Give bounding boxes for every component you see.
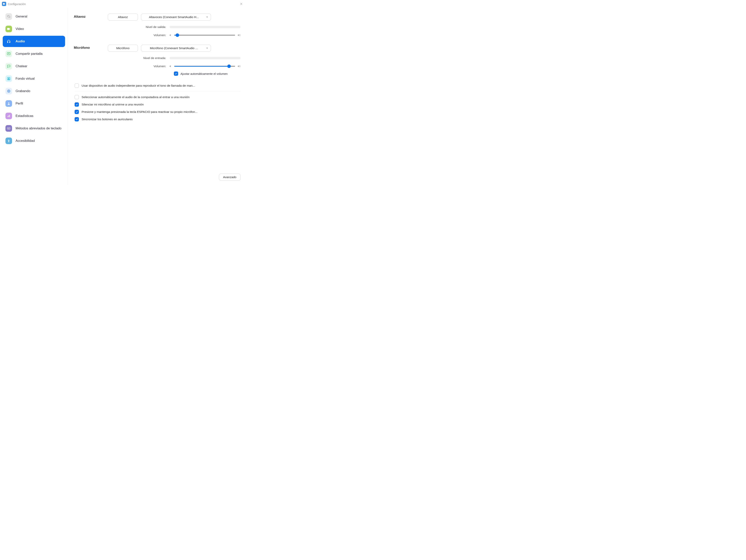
option-label: Usar dispositivo de audio independiente …: [82, 84, 195, 87]
svg-rect-9: [7, 128, 10, 129]
keyboard-icon: [5, 125, 12, 132]
sidebar-item-audio[interactable]: Audio: [3, 36, 65, 47]
option-checkbox-push-to-talk[interactable]: [75, 110, 79, 114]
sidebar-item-chat[interactable]: Chatear: [3, 61, 65, 72]
volume-high-icon: [237, 64, 240, 68]
svg-point-10: [8, 128, 8, 128]
window-title: Configuración: [8, 2, 26, 6]
svg-rect-6: [7, 116, 8, 117]
virtual-bg-icon: [5, 76, 12, 82]
input-level-meter: [170, 57, 240, 59]
sidebar-item-label: Fondo virtual: [16, 77, 35, 81]
speaker-device-selected: Altavoces (Conexant SmartAudio H...: [144, 16, 204, 19]
option-checkbox-mute-on-join[interactable]: [75, 102, 79, 107]
video-icon: [5, 26, 12, 32]
speaker-device-select[interactable]: Altavoces (Conexant SmartAudio H...: [141, 13, 211, 21]
chevron-down-icon: [206, 16, 208, 19]
sidebar-item-label: Métodos abreviados de teclado: [16, 126, 61, 130]
profile-icon: [5, 100, 12, 107]
accessibility-icon: [5, 138, 12, 144]
chevron-down-icon: [206, 47, 208, 50]
sidebar-item-label: Video: [16, 27, 24, 31]
option-label: Sincronizar los botones en auriculares: [82, 118, 133, 121]
svg-rect-8: [9, 115, 10, 117]
option-label: Presione y mantenga presionada la tecla …: [82, 110, 198, 114]
sidebar-item-label: General: [16, 14, 27, 19]
chat-icon: [5, 63, 12, 69]
option-label: Silenciar mi micrófono al unirme a una r…: [82, 103, 144, 106]
option-row: Usar dispositivo de audio independiente …: [75, 84, 240, 88]
input-level-label: Nivel de entrada:: [108, 56, 166, 60]
test-speaker-button[interactable]: Altavoz: [108, 13, 138, 21]
speaker-volume-label: Volumen:: [108, 33, 166, 37]
option-row: Presione y mantenga presionada la tecla …: [75, 110, 240, 114]
output-level-meter: [170, 26, 240, 28]
speaker-volume-slider[interactable]: [174, 35, 235, 35]
auto-adjust-volume-label: Ajustar automáticamente el volumen: [180, 72, 228, 76]
sidebar-item-label: Chatear: [16, 64, 27, 68]
share-screen-icon: [5, 51, 12, 57]
option-checkbox-separate-ringtone[interactable]: [75, 84, 79, 88]
sidebar-item-virtual-background[interactable]: Fondo virtual: [3, 73, 65, 84]
option-checkbox-sync-headset-buttons[interactable]: [75, 117, 79, 121]
title-bar: Configuración: [0, 0, 246, 8]
test-microphone-button[interactable]: Micrófono: [108, 45, 138, 52]
option-row: Silenciar mi micrófono al unirme a una r…: [75, 102, 240, 107]
svg-point-4: [8, 90, 9, 92]
sidebar-item-profile[interactable]: Perfil: [3, 98, 65, 109]
gear-icon: [5, 13, 12, 20]
volume-low-icon: [169, 33, 172, 37]
sidebar-item-recording[interactable]: Grabando: [3, 85, 65, 97]
microphone-section-title: Micrófono: [74, 45, 106, 76]
stats-icon: [5, 113, 12, 119]
sidebar-item-label: Grabando: [16, 89, 30, 93]
svg-point-14: [8, 140, 9, 140]
volume-low-icon: [169, 64, 172, 68]
sidebar-item-label: Perfil: [16, 101, 23, 106]
option-label: Seleccionar automáticamente el audio de …: [82, 95, 190, 99]
close-button[interactable]: [239, 2, 243, 6]
headphone-icon: [5, 38, 12, 45]
audio-options: Usar dispositivo de audio independiente …: [74, 84, 240, 121]
auto-adjust-volume-checkbox[interactable]: [174, 71, 178, 76]
sidebar-item-label: Compartir pantalla: [16, 52, 42, 56]
sidebar: General Video Audio Compartir pantalla C: [0, 8, 68, 185]
svg-point-12: [9, 128, 9, 128]
option-row: Seleccionar automáticamente el audio de …: [75, 95, 240, 99]
svg-point-5: [8, 102, 9, 104]
sidebar-item-shortcuts[interactable]: Métodos abreviados de teclado: [3, 123, 65, 134]
microphone-section: Micrófono Micrófono Micrófono (Conexant …: [74, 45, 240, 76]
speaker-section: Altavoz Altavoz Altavoces (Conexant Smar…: [74, 13, 240, 37]
svg-rect-7: [8, 115, 9, 117]
svg-point-2: [8, 78, 9, 79]
sidebar-item-video[interactable]: Video: [3, 23, 65, 35]
sidebar-item-label: Accesibilidad: [16, 139, 35, 143]
microphone-device-select[interactable]: Micrófono (Conexant SmartAudio ...: [141, 45, 211, 52]
svg-rect-13: [8, 128, 9, 129]
sidebar-item-statistics[interactable]: Estadísticas: [3, 110, 65, 122]
sidebar-item-accessibility[interactable]: Accesibilidad: [3, 135, 65, 146]
microphone-volume-slider[interactable]: [174, 66, 235, 67]
sidebar-item-label: Audio: [16, 39, 25, 43]
microphone-volume-label: Volumen:: [108, 64, 166, 68]
sidebar-item-label: Estadísticas: [16, 114, 33, 118]
volume-high-icon: [237, 33, 240, 37]
advanced-button[interactable]: Avanzado: [219, 174, 240, 181]
option-row: Sincronizar los botones en auriculares: [75, 117, 240, 121]
speaker-section-title: Altavoz: [74, 13, 106, 37]
svg-point-11: [8, 128, 9, 128]
option-checkbox-auto-join-audio[interactable]: [75, 95, 79, 99]
record-icon: [5, 88, 12, 94]
zoom-app-icon: [2, 2, 6, 6]
sidebar-item-general[interactable]: General: [3, 11, 65, 22]
output-level-label: Nivel de salida:: [108, 25, 166, 29]
content-panel: Altavoz Altavoz Altavoces (Conexant Smar…: [68, 8, 246, 185]
microphone-device-selected: Micrófono (Conexant SmartAudio ...: [144, 47, 204, 50]
sidebar-item-share-screen[interactable]: Compartir pantalla: [3, 48, 65, 59]
